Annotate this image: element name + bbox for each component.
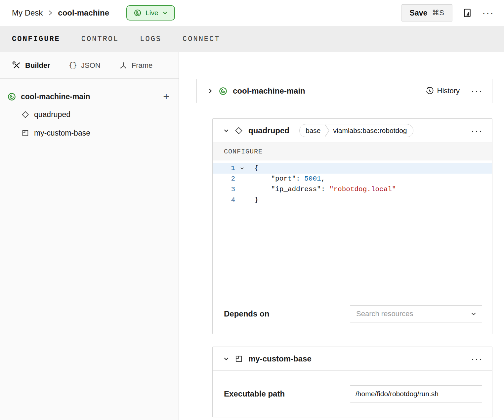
line-number: 2 <box>213 174 235 184</box>
depends-on-label: Depends on <box>224 305 269 322</box>
breadcrumb-org-link[interactable]: My Desk <box>12 8 43 18</box>
breadcrumb-machine-name: cool-machine <box>58 8 109 18</box>
nesting-connector-line <box>197 103 197 420</box>
module-square-icon <box>21 129 29 137</box>
chevron-down-icon <box>223 356 229 362</box>
executable-path-input[interactable] <box>350 385 482 402</box>
code-text: { <box>249 163 259 174</box>
live-icon <box>134 9 142 17</box>
tab-configure[interactable]: CONFIGURE <box>12 35 60 43</box>
my-custom-base-card-header: my-custom-base ··· <box>213 347 492 371</box>
code-line: 4 } <box>213 195 492 205</box>
collapse-card-button[interactable] <box>223 128 229 134</box>
fold-chevron-icon <box>240 166 244 171</box>
depends-on-row: Depends on Search resources <box>213 305 492 334</box>
component-diamond-icon <box>234 126 243 135</box>
tree-item-label: my-custom-base <box>34 129 90 138</box>
line-number: 3 <box>213 184 235 195</box>
machine-tabbar: CONFIGURE CONTROL LOGS CONNECT <box>0 26 504 52</box>
top-header: My Desk cool-machine Live Save ⌘S ··· <box>0 0 504 26</box>
executable-path-row: Executable path <box>213 371 492 417</box>
breadcrumb-chevron-icon <box>48 10 53 16</box>
card-title: cool-machine-main <box>233 86 305 96</box>
collapse-card-button[interactable] <box>223 356 229 362</box>
add-resource-button[interactable]: + <box>160 91 172 102</box>
my-custom-base-card: my-custom-base ··· Executable path <box>212 347 492 417</box>
overflow-menu-button[interactable]: ··· <box>482 8 494 18</box>
code-text: "ip_address": "robotdog.local" <box>249 184 396 195</box>
machine-part-icon <box>219 87 228 96</box>
machine-report-button[interactable] <box>462 8 472 18</box>
tree-item-quadruped[interactable]: quadruped <box>7 105 172 124</box>
card-overflow-button[interactable]: ··· <box>471 86 483 96</box>
card-actions: ··· <box>471 126 483 136</box>
card-overflow-button[interactable]: ··· <box>471 354 483 364</box>
module-square-icon <box>234 355 243 363</box>
breadcrumb: My Desk cool-machine <box>12 8 109 18</box>
configure-section-label: CONFIGURE <box>213 143 492 160</box>
machine-part-icon <box>7 92 16 101</box>
card-overflow-button[interactable]: ··· <box>471 126 483 136</box>
history-button[interactable]: History <box>425 87 460 95</box>
history-clock-icon <box>425 87 434 95</box>
resource-tree: cool-machine-main + quadruped my-custom-… <box>0 79 179 142</box>
card-actions: ··· <box>471 354 483 364</box>
frame-axes-icon <box>119 61 128 70</box>
code-line: 2 "port": 5001, <box>213 174 492 184</box>
attributes-code-editor[interactable]: 1 { 2 "port": 5001, 3 "ip_address": "rob… <box>213 160 492 305</box>
frame-mode-label: Frame <box>132 61 153 70</box>
builder-mode-button[interactable]: Builder <box>12 61 50 70</box>
line-number: 4 <box>213 195 235 205</box>
expand-card-button[interactable] <box>207 88 213 94</box>
live-label: Live <box>146 9 158 17</box>
badge-model: viamlabs:base:robotdog <box>333 127 407 135</box>
live-status-button[interactable]: Live <box>126 5 175 21</box>
card-actions: History ··· <box>425 86 483 96</box>
quadruped-card-header: quadruped base viamlabs:base:robotdog ··… <box>213 119 492 143</box>
json-mode-label: JSON <box>81 61 101 70</box>
model-badge: base viamlabs:base:robotdog <box>299 124 413 137</box>
card-title: my-custom-base <box>248 354 312 363</box>
tree-item-machine-main[interactable]: cool-machine-main + <box>7 88 172 105</box>
component-diamond-icon <box>21 110 29 119</box>
fold-toggle[interactable] <box>235 163 249 174</box>
frame-mode-button[interactable]: Frame <box>119 61 153 70</box>
save-shortcut: ⌘S <box>432 9 444 17</box>
badge-type: base <box>306 127 321 135</box>
chevron-down-icon <box>162 10 168 16</box>
chevron-down-icon <box>223 128 229 134</box>
json-mode-button[interactable]: {} JSON <box>69 61 101 70</box>
tree-item-label: cool-machine-main <box>21 92 90 101</box>
json-braces-icon: {} <box>69 62 77 69</box>
save-label: Save <box>410 9 428 18</box>
machine-main-card: cool-machine-main History ··· <box>196 79 492 103</box>
quadruped-card: quadruped base viamlabs:base:robotdog ··… <box>212 118 492 334</box>
tree-item-label: quadruped <box>34 110 70 119</box>
tools-icon <box>12 61 21 70</box>
tab-connect[interactable]: CONNECT <box>183 35 220 43</box>
chevron-right-icon <box>207 88 213 94</box>
code-line: 3 "ip_address": "robotdog.local" <box>213 184 492 195</box>
depends-on-select[interactable]: Search resources <box>350 305 482 322</box>
content-area: Builder {} JSON Frame <box>0 52 504 420</box>
resource-sidebar: Builder {} JSON Frame <box>0 52 179 420</box>
topbar-actions: Save ⌘S ··· <box>401 4 494 21</box>
tree-item-my-custom-base[interactable]: my-custom-base <box>7 124 172 142</box>
select-placeholder: Search resources <box>356 310 413 318</box>
tab-logs[interactable]: LOGS <box>140 35 161 43</box>
code-text: "port": 5001, <box>249 174 325 184</box>
machine-main-card-header: cool-machine-main History ··· <box>197 79 492 103</box>
tab-control[interactable]: CONTROL <box>81 35 119 43</box>
config-main-panel: cool-machine-main History ··· <box>179 52 504 420</box>
line-number: 1 <box>213 163 235 174</box>
save-button[interactable]: Save ⌘S <box>401 4 452 21</box>
document-chart-icon <box>462 8 472 18</box>
card-title: quadruped <box>248 126 289 135</box>
builder-mode-label: Builder <box>25 61 50 70</box>
code-line: 1 { <box>213 163 492 174</box>
badge-divider <box>325 124 329 137</box>
executable-path-label: Executable path <box>224 389 285 399</box>
history-label: History <box>437 87 460 95</box>
code-text: } <box>249 195 259 205</box>
sidebar-mode-toolbar: Builder {} JSON Frame <box>0 52 179 79</box>
